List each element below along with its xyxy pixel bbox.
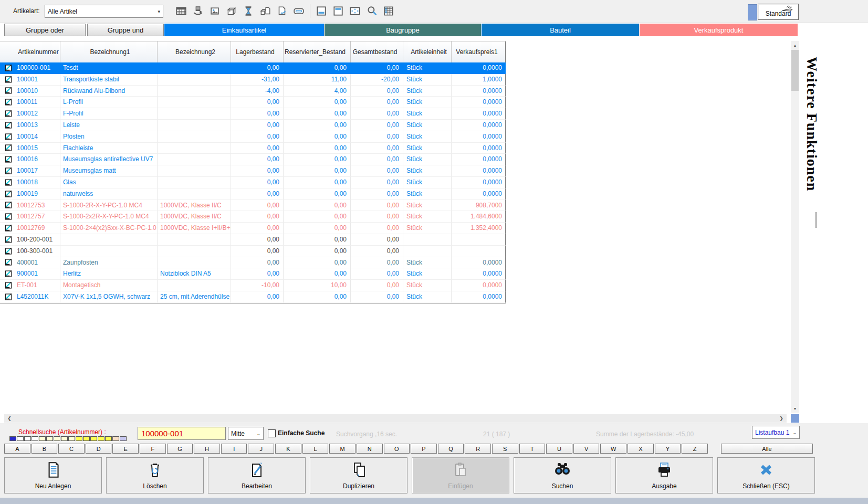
table-row[interactable]: L4520011KX07V-K 1x1,5 OGWH, schwarz25 cm…: [0, 291, 506, 303]
document-edit-icon[interactable]: [275, 4, 289, 18]
alphabet-button-X[interactable]: X: [628, 444, 654, 454]
vertical-scroll-thumb[interactable]: [791, 50, 799, 91]
artikelart-select[interactable]: Alle Artikel ▾: [45, 5, 163, 18]
duplicate-button[interactable]: Duplizieren: [310, 457, 407, 494]
standard-button[interactable]: Standard: [758, 4, 799, 20]
table-row[interactable]: 100015Flachleiste0,000,000,00Stück0,0000: [0, 143, 506, 154]
table-row[interactable]: 100016Museumsglas antireflective UV70,00…: [0, 154, 506, 165]
printer-button[interactable]: Ausgabe: [615, 457, 713, 494]
scrollbar-corner-chip[interactable]: [791, 414, 799, 423]
table-row[interactable]: 100012F-Profil0,000,000,00Stück0,0000: [0, 108, 506, 120]
window-top-icon[interactable]: [331, 4, 345, 18]
column-header-gesamtbestand[interactable]: Gesamtbestand: [351, 41, 403, 62]
hand-box-icon[interactable]: [191, 4, 205, 18]
alphabet-button-F[interactable]: F: [140, 444, 166, 454]
table-row[interactable]: 100001Transportkiste stabil-31,0011,00-2…: [0, 74, 506, 86]
alphabet-button-S[interactable]: S: [492, 444, 518, 454]
table-columns-icon[interactable]: [382, 4, 395, 18]
alphabet-button-Z[interactable]: Z: [682, 444, 708, 454]
window-expand-icon[interactable]: [348, 4, 362, 18]
alphabet-button-T[interactable]: T: [519, 444, 546, 454]
alphabet-button-P[interactable]: P: [411, 444, 437, 454]
tab-einkaufsartikel[interactable]: Einkaufsartikel: [164, 24, 324, 36]
alphabet-button-J[interactable]: J: [248, 444, 274, 454]
label-icon[interactable]: [292, 4, 306, 18]
table-row[interactable]: 100-200-0010,000,000,00: [0, 234, 506, 246]
column-header-bezeichnung1[interactable]: Bezeichnung1: [60, 41, 158, 62]
table-row[interactable]: 100-300-0010,000,000,00: [0, 246, 506, 257]
table-row[interactable]: 900001HerlitzNotziblock DIN A50,000,000,…: [0, 268, 506, 280]
table-row[interactable]: 100017Museumsglas matt0,000,000,00Stück0…: [0, 165, 506, 177]
alphabet-button-C[interactable]: C: [58, 444, 85, 454]
search-mode-select[interactable]: Mitte ⌄: [228, 427, 264, 440]
column-header-reservierter_bestand[interactable]: Reservierter_Bestand: [284, 41, 351, 62]
tab-verkaufsprodukt[interactable]: Verkaufsprodukt: [640, 24, 798, 36]
new-document-button[interactable]: Neu Anlegen: [4, 457, 102, 494]
listaufbau-select[interactable]: Listaufbau 1 ⌄: [752, 426, 800, 439]
table-row[interactable]: 100019naturweiss0,000,000,00Stück0,0000: [0, 188, 506, 200]
image-icon[interactable]: [208, 4, 222, 18]
alphabet-button-W[interactable]: W: [600, 444, 626, 454]
alphabet-button-I[interactable]: I: [221, 444, 247, 454]
table-row[interactable]: 100018Glas0,000,000,00Stück0,0000: [0, 177, 506, 188]
tab-gruppe-oder[interactable]: Gruppe oder: [4, 24, 86, 36]
scroll-left-icon[interactable]: ❮: [5, 414, 14, 423]
alphabet-button-H[interactable]: H: [194, 444, 220, 454]
close-x-button[interactable]: Schließen (ESC): [717, 457, 815, 494]
alphabet-button-O[interactable]: O: [384, 444, 410, 454]
column-header-artikeleinheit[interactable]: Artikeleinheit: [403, 41, 452, 62]
alphabet-button-D[interactable]: D: [86, 444, 112, 454]
alphabet-button-R[interactable]: R: [465, 444, 491, 454]
scroll-up-icon[interactable]: ▲: [791, 41, 799, 49]
box-document-icon[interactable]: [258, 4, 272, 18]
window-bottom-icon[interactable]: [315, 4, 328, 18]
search-icon[interactable]: [365, 4, 379, 18]
table-row[interactable]: 10012753S-1000-2R-X-Y-PC-1.0 MC41000VDC,…: [0, 200, 506, 212]
tab-gruppe-und[interactable]: Gruppe und: [87, 24, 164, 36]
column-header-verkaufspreis1[interactable]: Verkaufspreis1: [452, 41, 506, 62]
alphabet-button-Q[interactable]: Q: [438, 444, 464, 454]
alphabet-button-U[interactable]: U: [546, 444, 572, 454]
cell-b2: [158, 246, 231, 257]
table-row[interactable]: 100010Rückwand Alu-Dibond-4,004,000,00St…: [0, 86, 506, 97]
column-header-artikelnummer[interactable]: Artikelnummer: [15, 41, 60, 62]
tab-bauteil[interactable]: Bauteil: [482, 24, 639, 36]
alphabet-button-A[interactable]: A: [4, 444, 30, 454]
table-row[interactable]: 400001Zaunpfosten0,000,000,00Stück0,0000: [0, 257, 506, 269]
tab-baugruppe[interactable]: Baugruppe: [325, 24, 481, 36]
table-row[interactable]: 10012769S-1000-2×4(x2)Sxx-X-BC-PC-1.0100…: [0, 223, 506, 234]
table-row[interactable]: 100011L-Profil0,000,000,00Stück0,0000: [0, 97, 506, 108]
package-icon[interactable]: [225, 4, 238, 18]
table-row[interactable]: 100014Pfosten0,000,000,00Stück0,0000: [0, 131, 506, 143]
alphabet-button-K[interactable]: K: [275, 444, 301, 454]
alphabet-button-N[interactable]: N: [357, 444, 383, 454]
alphabet-alle-button[interactable]: Alle: [721, 444, 813, 454]
cell-lager: 0,00: [231, 97, 284, 108]
alphabet-button-V[interactable]: V: [573, 444, 600, 454]
alphabet-button-E[interactable]: E: [112, 444, 139, 454]
hourglass-icon[interactable]: [242, 4, 255, 18]
alphabet-button-M[interactable]: M: [329, 444, 355, 454]
alphabet-button-L[interactable]: L: [302, 444, 329, 454]
alphabet-button-Y[interactable]: Y: [655, 444, 681, 454]
trash-button[interactable]: Löschen: [106, 457, 204, 494]
weitere-funktionen-handle[interactable]: Weitere Funktionen: [803, 57, 820, 191]
scroll-right-icon[interactable]: ❯: [777, 414, 786, 423]
table-row[interactable]: ET-001Montagetisch-10,0010,000,00Stück0,…: [0, 280, 506, 291]
color-chip[interactable]: [748, 4, 757, 20]
horizontal-scrollbar[interactable]: ❮ ❯: [4, 414, 787, 423]
scroll-down-icon[interactable]: ▼: [791, 404, 799, 413]
schnellsuche-input[interactable]: [138, 427, 226, 440]
alphabet-button-G[interactable]: G: [167, 444, 193, 454]
edit-button[interactable]: Bearbeiten: [208, 457, 306, 494]
table-row[interactable]: 100000-001Tesdt0,000,000,00Stück0,0000: [0, 62, 506, 74]
einfache-suche-checkbox[interactable]: [268, 429, 276, 437]
vertical-scrollbar[interactable]: ▲ ▼: [791, 41, 799, 413]
table-grid-icon[interactable]: [174, 4, 188, 18]
alphabet-button-B[interactable]: B: [32, 444, 58, 454]
column-header-bezeichnung2[interactable]: Bezeichnung2: [158, 41, 231, 62]
table-row[interactable]: 10012757S-1000-2x2R-X-Y-PC-1.0 MC41000VD…: [0, 211, 506, 223]
binoculars-button[interactable]: Suchen: [514, 457, 611, 494]
column-header-lagerbestand[interactable]: Lagerbestand: [231, 41, 284, 62]
table-row[interactable]: 100013Leiste0,000,000,00Stück0,0000: [0, 120, 506, 131]
